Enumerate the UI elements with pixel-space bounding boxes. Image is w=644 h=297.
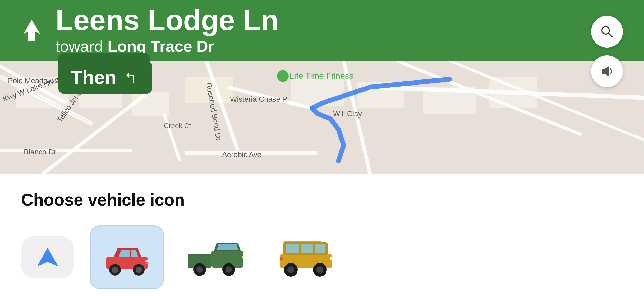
- vehicle-option-truck[interactable]: [180, 225, 254, 289]
- svg-text:Will Clay: Will Clay: [333, 110, 362, 118]
- vehicle-option-sedan[interactable]: [90, 225, 164, 289]
- nav-text: Leens Lodge Ln toward Long Trace Dr: [56, 6, 623, 55]
- svg-text:Wisteria Chase Pl: Wisteria Chase Pl: [230, 95, 289, 103]
- then-badge-text: Then: [71, 67, 116, 88]
- nav-header: Leens Lodge Ln toward Long Trace Dr: [0, 0, 644, 61]
- svg-rect-60: [315, 244, 325, 253]
- svg-point-51: [226, 266, 232, 273]
- vehicle-option-suv[interactable]: [270, 225, 344, 289]
- svg-text:Blanco Dr: Blanco Dr: [24, 148, 56, 156]
- svg-rect-68: [280, 257, 283, 260]
- svg-rect-67: [330, 257, 333, 260]
- svg-rect-43: [145, 260, 149, 262]
- svg-text:Life Time Fitness: Life Time Fitness: [289, 71, 353, 81]
- svg-point-49: [196, 266, 203, 273]
- svg-point-40: [112, 267, 118, 273]
- then-turn-badge: Then: [58, 61, 152, 94]
- red-sedan-icon: [100, 239, 153, 276]
- svg-point-35: [277, 70, 289, 82]
- svg-text:Aerobic Ave: Aerobic Ave: [222, 150, 261, 159]
- svg-rect-62: [301, 244, 313, 253]
- search-button[interactable]: [591, 16, 623, 48]
- nav-direction-arrow: [21, 18, 42, 42]
- svg-rect-61: [286, 244, 299, 253]
- svg-marker-3: [602, 66, 609, 77]
- vehicle-option-arrow[interactable]: [21, 236, 74, 278]
- svg-rect-52: [242, 256, 245, 258]
- svg-text:Creek Ct: Creek Ct: [164, 122, 191, 130]
- svg-rect-9: [291, 77, 344, 106]
- turn-left-arrow-icon: [123, 69, 140, 86]
- yellow-suv-icon: [276, 237, 337, 278]
- svg-marker-37: [37, 248, 58, 266]
- svg-rect-59: [284, 241, 321, 242]
- vehicle-options: [21, 225, 623, 289]
- svg-point-64: [287, 266, 294, 273]
- nav-arrow-icon: [34, 247, 61, 268]
- green-truck-icon: [185, 237, 249, 277]
- svg-line-2: [608, 33, 612, 37]
- svg-rect-44: [146, 263, 149, 264]
- volume-button[interactable]: [591, 55, 623, 87]
- panel-title: Choose vehicle icon: [21, 190, 623, 210]
- svg-marker-0: [24, 20, 40, 41]
- svg-point-66: [316, 266, 323, 273]
- svg-rect-8: [132, 92, 169, 116]
- street-name: Leens Lodge Ln: [56, 6, 623, 35]
- svg-point-42: [136, 267, 142, 273]
- bottom-panel: Choose vehicle icon: [0, 174, 644, 297]
